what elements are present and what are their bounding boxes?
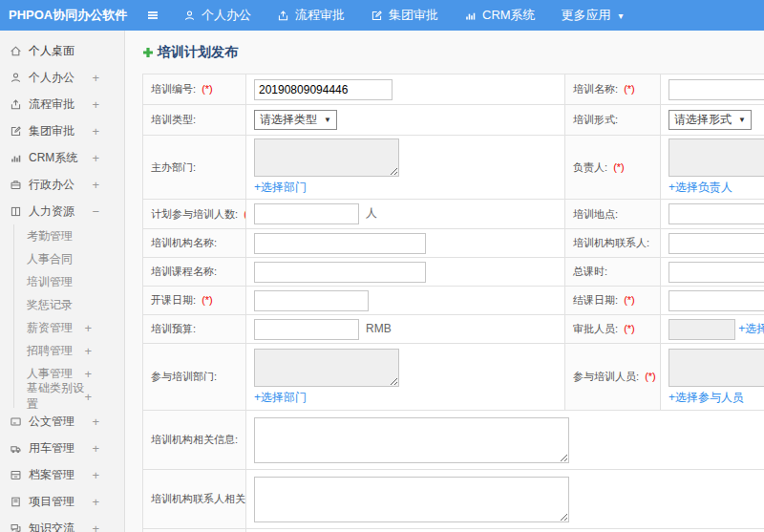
sidebar-item-label: 薪资管理	[27, 320, 73, 336]
planned-count-input[interactable]	[254, 203, 359, 224]
end-date-input[interactable]	[668, 290, 764, 311]
training-name-input[interactable]	[668, 79, 764, 100]
expand-icon[interactable]: +	[84, 345, 92, 357]
select-approver-link[interactable]: +选择审批人员	[738, 322, 764, 335]
label-join-people: 参与培训人员:	[573, 371, 642, 382]
form-row: 培训编号: (*) 培训名称: (*)	[143, 74, 764, 105]
training-no-input[interactable]	[254, 79, 393, 100]
sidebar-item-10[interactable]: 培训管理	[13, 270, 124, 293]
page-title-text: 培训计划发布	[158, 44, 238, 61]
join-dept-textarea	[254, 349, 399, 387]
topbar-menu-item-3[interactable]: 集团审批	[371, 7, 438, 24]
form-row: 计划参与培训人数: (*) 人 培训地点:	[143, 200, 764, 229]
org-info-textarea[interactable]	[254, 417, 569, 463]
select-join-dept-link[interactable]: +选择部门	[254, 390, 307, 406]
topbar-menu-item-1[interactable]: 个人办公	[183, 7, 251, 24]
expand-icon[interactable]: +	[84, 391, 92, 403]
form-wrapper: 培训编号: (*) 培训名称: (*) 培训类型: 请选择类型 ▼	[142, 74, 764, 532]
course-name-input[interactable]	[254, 262, 426, 283]
sidebar-item-7[interactable]: 人力资源−	[0, 198, 124, 224]
start-date-input[interactable]	[254, 290, 369, 311]
location-input[interactable]	[668, 203, 764, 224]
join-people-textarea	[668, 349, 764, 387]
sidebar-item-9[interactable]: 人事合同	[13, 247, 124, 270]
sidebar-item-15[interactable]: 基础类别设置+	[13, 385, 124, 408]
sidebar-item-12[interactable]: 薪资管理+	[13, 316, 124, 339]
expand-icon[interactable]: +	[92, 152, 99, 164]
training-type-select[interactable]: 请选择类型 ▼	[254, 110, 337, 130]
menu-icon[interactable]	[145, 9, 160, 22]
sidebar-item-17[interactable]: 用车管理+	[0, 435, 124, 461]
chart-icon	[464, 10, 477, 22]
sidebar-item-label: 用车管理	[29, 440, 74, 457]
sidebar-item-13[interactable]: 招聘管理+	[13, 339, 124, 362]
user-icon	[183, 10, 196, 22]
topbar-menu-item-4[interactable]: CRM系统	[464, 7, 536, 24]
sidebar-item-label: 知识交流	[29, 521, 74, 532]
label-total-hours: 总课时:	[573, 266, 607, 277]
sidebar-item-18[interactable]: 档案管理+	[0, 461, 124, 488]
select-value: 请选择类型	[260, 113, 317, 127]
label-org-name: 培训机构名称:	[151, 237, 217, 248]
expand-icon[interactable]: +	[84, 368, 92, 380]
main-content: 培训计划发布 培训编号: (*) 培训名称: (*) 培训类型:	[125, 31, 764, 532]
sidebar-item-19[interactable]: 项目管理+	[0, 488, 124, 515]
label-approver: 审批人员:	[573, 323, 621, 334]
project-icon	[10, 496, 22, 508]
collapse-icon[interactable]: −	[92, 205, 99, 218]
expand-icon[interactable]: +	[92, 415, 99, 428]
caret-down-icon: ▾	[619, 11, 624, 21]
expand-icon[interactable]: +	[92, 442, 99, 455]
org-name-input[interactable]	[254, 233, 426, 254]
select-join-people-link[interactable]: +选择参与人员	[668, 390, 744, 406]
form-row: 主办部门: +选择部门 负责人: (*) +选择负责人	[143, 136, 764, 200]
expand-icon[interactable]: +	[92, 98, 99, 111]
sidebar-item-label: 人力资源	[29, 203, 74, 220]
sidebar-item-5[interactable]: CRM系统+	[0, 144, 124, 171]
required-mark: (*)	[202, 83, 213, 95]
expand-icon[interactable]: +	[92, 469, 99, 481]
budget-input[interactable]	[254, 319, 359, 340]
required-mark: (*)	[624, 294, 635, 306]
form-row: 培训要求:	[143, 529, 764, 532]
total-hours-input[interactable]	[668, 262, 764, 283]
form-row: 培训预算: RMB 审批人员: (*) +选择审批人员	[143, 315, 764, 344]
expand-icon[interactable]: +	[92, 522, 99, 532]
form-row: 培训课程名称: 总课时:	[143, 258, 764, 287]
label-location: 培训地点:	[573, 208, 618, 220]
sidebar-item-label: 人事合同	[27, 251, 73, 267]
org-contact-info-textarea[interactable]	[254, 477, 569, 522]
sidebar-item-2[interactable]: 个人办公+	[0, 64, 124, 91]
select-value: 请选择形式	[674, 113, 732, 127]
sidebar-item-1[interactable]: 个人桌面	[0, 37, 124, 64]
topbar-menu-item-5[interactable]: 更多应用▾	[562, 7, 624, 24]
expand-icon[interactable]: +	[92, 125, 99, 138]
form-row: 培训机构名称: 培训机构联系人:	[143, 229, 764, 258]
sidebar-item-4[interactable]: 集团审批+	[0, 117, 124, 144]
select-leader-link[interactable]: +选择负责人	[668, 180, 732, 196]
expand-icon[interactable]: +	[92, 496, 99, 508]
expand-icon[interactable]: +	[84, 322, 92, 334]
form-row: 培训机构相关信息:	[143, 411, 764, 470]
select-dept-link[interactable]: +选择部门	[254, 180, 307, 196]
topbar-menu-label: 流程审批	[295, 7, 345, 24]
label-training-type: 培训类型:	[151, 114, 196, 125]
label-org-contact-info: 培训机构联系人相关信息:	[151, 493, 246, 504]
expand-icon[interactable]: +	[92, 179, 99, 191]
expand-icon[interactable]: +	[92, 72, 99, 84]
topbar-menu-item-2[interactable]: 流程审批	[277, 7, 345, 24]
sidebar-item-3[interactable]: 流程审批+	[0, 91, 124, 117]
sidebar-item-6[interactable]: 行政办公+	[0, 171, 124, 198]
label-start-date: 开课日期:	[151, 294, 199, 306]
chat-icon	[10, 522, 22, 532]
topbar-menu-label: 个人办公	[202, 7, 251, 24]
book-icon	[10, 205, 22, 218]
sidebar-item-11[interactable]: 奖惩记录	[13, 293, 124, 316]
edit-icon	[371, 10, 383, 22]
sidebar-item-20[interactable]: 知识交流+	[0, 515, 124, 532]
org-contact-input[interactable]	[668, 233, 764, 254]
briefcase-icon	[10, 179, 22, 191]
training-mode-select[interactable]: 请选择形式 ▼	[668, 110, 752, 130]
sidebar-item-8[interactable]: 考勤管理	[13, 224, 124, 247]
app-logo[interactable]: PHPOA协同办公软件	[0, 7, 134, 24]
